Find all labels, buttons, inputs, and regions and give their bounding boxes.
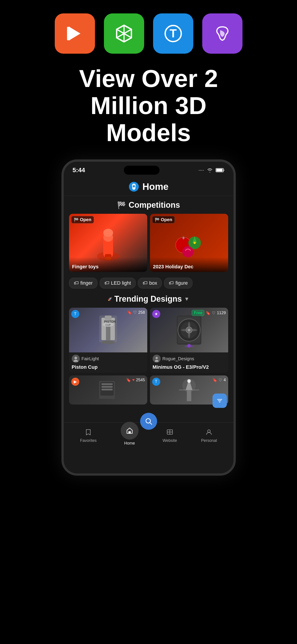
- status-icons: ····: [198, 167, 224, 173]
- design-thumb-minimus: ★ Free 🔖 ♡ 1129: [150, 308, 228, 352]
- user-avatar-rogue: [153, 355, 161, 363]
- svg-point-15: [103, 229, 113, 237]
- svg-point-22: [194, 242, 196, 244]
- heart-bottom-right-icon: ♡: [219, 378, 222, 382]
- design-card-bottom-left[interactable]: ▶ 🔖 ♥ 2545: [69, 376, 147, 404]
- fab-search-button[interactable]: [140, 413, 157, 430]
- trending-title: Trending Designs: [114, 294, 182, 304]
- free-badge-minimus: Free: [192, 310, 204, 316]
- tag-figure[interactable]: 🏷 figure: [164, 278, 192, 288]
- comp-card-finger[interactable]: 🏁 Open Finger toys: [69, 214, 147, 272]
- design-badge-bottom-left: ▶: [71, 378, 79, 386]
- user-avatar-fairlight: [72, 355, 80, 363]
- heart-piston-icon: ♡: [133, 310, 137, 315]
- svg-rect-48: [101, 386, 113, 388]
- saves-minimus: 1129: [217, 310, 226, 315]
- nav-home-button[interactable]: [121, 422, 139, 440]
- saves-piston: 258: [138, 310, 145, 315]
- designs-grid: PISTON CUP T 🔖 ♡ 258: [64, 308, 234, 404]
- app-header: Home: [64, 177, 234, 196]
- svg-rect-1: [67, 27, 70, 40]
- app-icon-pinshape[interactable]: [202, 14, 243, 54]
- svg-text:T: T: [170, 27, 177, 40]
- battery-icon: [216, 168, 225, 173]
- svg-text:PISTON: PISTON: [104, 320, 116, 323]
- design-badge-minimus: ★: [152, 310, 160, 318]
- bookmark-minimus-icon: 🔖: [206, 310, 211, 316]
- design-card-minimus[interactable]: ★ Free 🔖 ♡ 1129: [150, 308, 228, 373]
- design-user-rogue: Rogue_Designs: [153, 355, 226, 363]
- svg-point-39: [188, 329, 190, 332]
- svg-line-59: [150, 422, 152, 424]
- phone-frame: 5:44 ····: [61, 160, 236, 476]
- tag-finger-label: finger: [80, 280, 93, 286]
- screen-content: Home 🏁 Competitions: [64, 177, 234, 474]
- nav-personal-label: Personal: [201, 438, 217, 443]
- minimus-visual: [172, 311, 206, 349]
- design-card-piston[interactable]: PISTON CUP T 🔖 ♡ 258: [69, 308, 147, 373]
- comp-card-holiday[interactable]: 🏁 Open 2023 Holiday Dec: [150, 214, 228, 272]
- competitions-title: Competitions: [129, 200, 180, 210]
- nav-item-website[interactable]: Website: [162, 429, 177, 443]
- comp-badge-holiday: 🏁 Open: [152, 216, 175, 224]
- bookmark-bottom-left-icon: 🔖: [126, 378, 131, 382]
- nav-item-home[interactable]: Home: [121, 426, 139, 446]
- tags-row: 🏷 finger 🏷 LED light 🏷 box 🏷 figure: [64, 274, 234, 292]
- fab-filter-button-nav[interactable]: [213, 394, 227, 408]
- tag-finger[interactable]: 🏷 finger: [69, 278, 97, 288]
- svg-rect-26: [105, 316, 111, 320]
- nav-item-personal[interactable]: Personal: [201, 429, 217, 443]
- tag-box[interactable]: 🏷 box: [138, 278, 162, 288]
- saves-bottom-right: 4: [224, 378, 226, 382]
- tag-led-label: LED light: [111, 280, 131, 286]
- svg-point-43: [156, 357, 158, 359]
- badge-letter-bottom-left: ▶: [74, 379, 77, 384]
- nav-personal-icon: [206, 429, 212, 437]
- design-stats-minimus: Free 🔖 ♡ 1129: [192, 310, 226, 316]
- svg-rect-47: [101, 383, 113, 385]
- phone-screen: 5:44 ····: [64, 162, 234, 474]
- app-title: Home: [142, 181, 169, 192]
- trending-dropdown-icon[interactable]: ▼: [184, 296, 190, 302]
- tag-led[interactable]: 🏷 LED light: [100, 278, 136, 288]
- svg-rect-52: [187, 390, 191, 401]
- competitions-section: 🏁 Competitions: [64, 196, 234, 274]
- competitions-row: 🏁 Open Finger toys: [69, 214, 228, 272]
- svg-rect-49: [101, 389, 113, 390]
- heart-bottom-left-icon: ♥: [132, 378, 135, 382]
- svg-text:CUP: CUP: [105, 324, 111, 326]
- app-icon-printables[interactable]: [55, 14, 95, 54]
- comp-card-title-finger: Finger toys: [69, 257, 147, 272]
- app-icon-hexagon[interactable]: [104, 14, 144, 54]
- trending-icon: 🚀: [108, 297, 112, 301]
- competitions-icon: 🏁: [117, 201, 126, 209]
- svg-rect-20: [183, 236, 184, 239]
- design-thumb-bottom-left: ▶ 🔖 ♥ 2545: [69, 376, 147, 404]
- badge-letter-minimus: ★: [154, 312, 158, 316]
- badge-letter-bottom-right: T: [155, 379, 157, 384]
- nav-favorites-icon: [85, 429, 92, 437]
- nav-home-label: Home: [124, 441, 135, 446]
- design-stats-bottom-left: 🔖 ♥ 2545: [126, 378, 145, 382]
- comp-badge-label-holiday: Open: [161, 217, 172, 222]
- svg-point-54: [187, 379, 191, 383]
- svg-point-27: [101, 340, 115, 344]
- design-thumb-piston: PISTON CUP T 🔖 ♡ 258: [69, 308, 147, 352]
- nav-website-icon: [167, 429, 173, 437]
- competitions-header: 🏁 Competitions: [69, 200, 228, 210]
- tag-figure-label: figure: [175, 280, 188, 286]
- svg-point-66: [208, 430, 210, 432]
- user-name-rogue: Rogue_Designs: [162, 356, 194, 361]
- saves-bottom-left: 2545: [136, 378, 145, 382]
- badge-flag-icon: 🏁: [74, 217, 79, 222]
- app-logo: [128, 181, 139, 192]
- design-user-piston: FairLight: [72, 355, 145, 363]
- nav-website-label: Website: [162, 438, 177, 443]
- nav-item-favorites[interactable]: Favorites: [80, 429, 96, 443]
- svg-point-41: [185, 345, 194, 348]
- tag-box-label: box: [149, 280, 157, 286]
- app-icon-thingiverse[interactable]: T: [153, 14, 193, 54]
- tag-finger-icon: 🏷: [74, 280, 79, 286]
- nav-favorites-label: Favorites: [80, 438, 96, 443]
- badge-flag-holiday-icon: 🏁: [155, 217, 160, 222]
